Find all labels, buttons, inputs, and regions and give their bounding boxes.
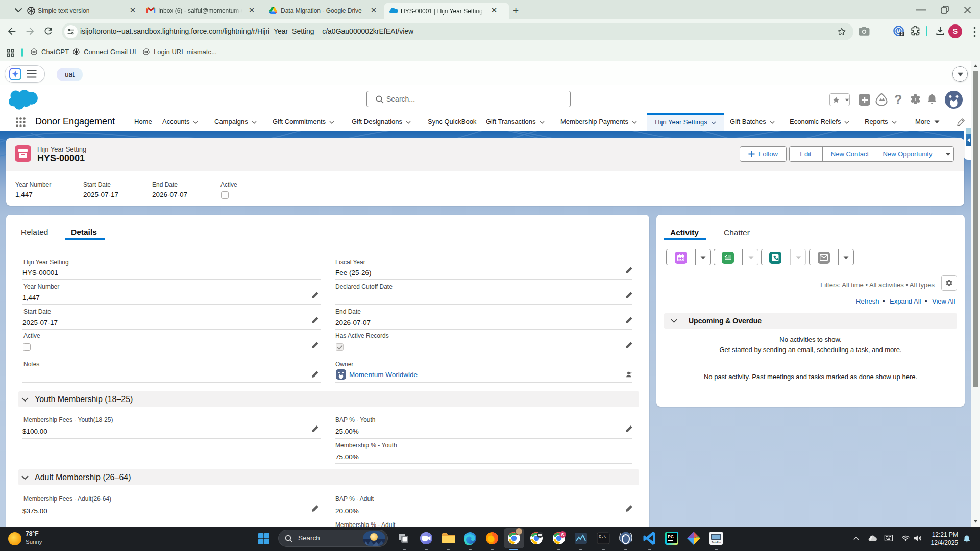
svg-text:S: S (561, 532, 564, 537)
svg-text:C:\_: C:\_ (599, 534, 608, 539)
svg-text:TaskPro: TaskPro (712, 541, 721, 544)
svg-text:PC: PC (668, 534, 674, 539)
